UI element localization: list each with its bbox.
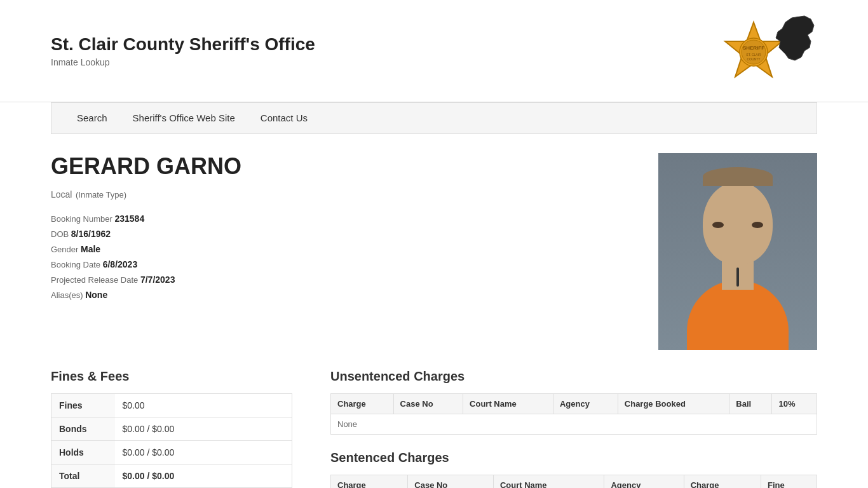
bottom-section: Fines & Fees Fines $0.00 Bonds $0.00 / $… — [51, 369, 817, 488]
nav-website[interactable]: Sheriff's Office Web Site — [120, 102, 248, 134]
state-outline-icon — [766, 13, 817, 70]
dob-row: DOB 8/16/1962 — [51, 229, 633, 239]
booking-date-row: Booking Date 6/8/2023 — [51, 259, 633, 269]
fines-table: Fines $0.00 Bonds $0.00 / $0.00 Holds $0… — [51, 393, 292, 488]
gender-value: Male — [81, 244, 100, 254]
total-label: Total — [51, 464, 115, 488]
projected-release-row: Projected Release Date 7/7/2023 — [51, 274, 633, 285]
projected-release-label: Projected Release Date — [51, 275, 138, 285]
dob-value: 8/16/1962 — [71, 229, 111, 239]
col-agency: Agency — [553, 394, 618, 414]
inmate-info: GERARD GARNO Local (Inmate Type) Booking… — [51, 153, 633, 305]
booking-date-label: Booking Date — [51, 260, 100, 269]
sentenced-charges-title: Sentenced Charges — [330, 451, 817, 465]
mugshot-chain — [736, 268, 739, 287]
holds-label: Holds — [51, 441, 115, 464]
unsentenced-none-row: None — [331, 414, 817, 435]
mugshot-eyes — [712, 222, 763, 228]
left-eye — [712, 222, 724, 228]
booking-date-value: 6/8/2023 — [103, 259, 138, 269]
gender-label: Gender — [51, 245, 78, 254]
mugshot-figure — [658, 153, 817, 350]
gender-row: Gender Male — [51, 244, 633, 254]
inmate-details: Booking Number 231584 DOB 8/16/1962 Gend… — [51, 214, 633, 300]
right-eye — [752, 222, 763, 228]
nav-contact[interactable]: Contact Us — [248, 102, 320, 134]
aliases-value: None — [85, 290, 107, 300]
fines-row: Fines $0.00 — [51, 394, 292, 417]
mugshot-body — [687, 280, 789, 350]
holds-row: Holds $0.00 / $0.00 — [51, 441, 292, 464]
col-s-case-no: Case No — [408, 475, 494, 489]
col-court-name: Court Name — [463, 394, 553, 414]
svg-text:SHERIFF: SHERIFF — [743, 45, 764, 51]
booking-number-label: Booking Number — [51, 214, 112, 224]
col-s-fine: Fine — [761, 475, 817, 489]
total-row: Total $0.00 / $0.00 — [51, 464, 292, 488]
unsentenced-charges-title: Unsentenced Charges — [330, 369, 817, 384]
sentenced-header-row: Charge Case No Court Name Agency Charge … — [331, 475, 817, 489]
col-s-charge2: Charge — [684, 475, 761, 489]
bonds-value: $0.00 / $0.00 — [115, 417, 292, 441]
header-title-block: St. Clair County Sheriff's Office Inmate… — [51, 34, 315, 67]
mugshot-hair — [703, 167, 773, 186]
unsentenced-charges-table: Charge Case No Court Name Agency Charge … — [330, 393, 817, 435]
main-nav: Search Sheriff's Office Web Site Contact… — [51, 102, 817, 134]
col-s-charge: Charge — [331, 475, 408, 489]
site-subtitle: Inmate Lookup — [51, 57, 315, 67]
bonds-label: Bonds — [51, 417, 115, 441]
holds-value: $0.00 / $0.00 — [115, 441, 292, 464]
fines-fees-section: Fines & Fees Fines $0.00 Bonds $0.00 / $… — [51, 369, 292, 488]
fines-fees-title: Fines & Fees — [51, 369, 292, 384]
unsentenced-none-value: None — [331, 414, 817, 435]
sentenced-charges-block: Sentenced Charges Charge Case No Court N… — [330, 451, 817, 488]
col-s-agency: Agency — [604, 475, 684, 489]
fines-value: $0.00 — [115, 394, 292, 417]
sentenced-charges-table: Charge Case No Court Name Agency Charge … — [330, 475, 817, 488]
col-charge-booked: Charge Booked — [618, 394, 729, 414]
inmate-name: GERARD GARNO — [51, 153, 633, 180]
col-case-no: Case No — [393, 394, 463, 414]
page-header: St. Clair County Sheriff's Office Inmate… — [0, 0, 868, 102]
fines-label: Fines — [51, 394, 115, 417]
projected-release-value: 7/7/2023 — [140, 274, 175, 285]
col-10pct: 10% — [772, 394, 817, 414]
svg-text:ST. CLAIR: ST. CLAIR — [746, 53, 761, 57]
booking-number-row: Booking Number 231584 — [51, 214, 633, 224]
inmate-header: GERARD GARNO Local (Inmate Type) Booking… — [51, 153, 817, 350]
booking-number-value: 231584 — [114, 214, 144, 224]
aliases-row: Alias(es) None — [51, 290, 633, 300]
col-charge: Charge — [331, 394, 394, 414]
inmate-photo — [658, 153, 817, 350]
site-title: St. Clair County Sheriff's Office — [51, 34, 315, 55]
svg-text:COUNTY: COUNTY — [747, 57, 761, 61]
inmate-type-value: Local — [51, 189, 72, 200]
unsentenced-header-row: Charge Case No Court Name Agency Charge … — [331, 394, 817, 414]
col-bail: Bail — [729, 394, 772, 414]
logo-container: SHERIFF ST. CLAIR COUNTY — [715, 13, 817, 89]
col-s-court-name: Court Name — [493, 475, 604, 489]
inmate-type-label: (Inmate Type) — [76, 190, 126, 200]
main-content: GERARD GARNO Local (Inmate Type) Booking… — [0, 134, 868, 488]
aliases-label: Alias(es) — [51, 290, 83, 300]
total-value: $0.00 / $0.00 — [115, 464, 292, 488]
bonds-row: Bonds $0.00 / $0.00 — [51, 417, 292, 441]
dob-label: DOB — [51, 229, 69, 239]
unsentenced-charges-block: Unsentenced Charges Charge Case No Court… — [330, 369, 817, 435]
inmate-type: Local (Inmate Type) — [51, 186, 633, 201]
charges-section: Unsentenced Charges Charge Case No Court… — [330, 369, 817, 488]
nav-search[interactable]: Search — [64, 102, 120, 134]
